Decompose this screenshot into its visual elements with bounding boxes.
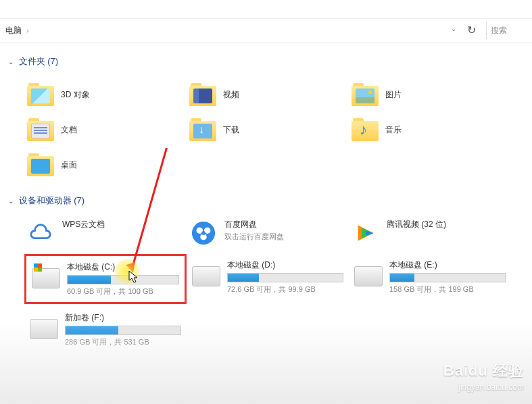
device-tencent-video[interactable]: 腾讯视频 (32 位) — [349, 216, 511, 254]
folder-icon — [352, 117, 379, 143]
chevron-down-icon: ⌄ — [8, 197, 14, 205]
device-baidu-netdisk[interactable]: 百度网盘 双击运行百度网盘 — [187, 216, 349, 254]
folder-downloads[interactable]: 下载 — [187, 112, 349, 147]
drive-d[interactable]: 本地磁盘 (D:) 72.6 GB 可用，共 99.9 GB — [187, 254, 349, 304]
devices-count: (7) — [74, 195, 84, 205]
wps-cloud-icon — [27, 219, 55, 247]
drive-label: 本地磁盘 (C:) — [67, 261, 179, 273]
breadcrumb-location: 电脑 — [5, 26, 22, 35]
folder-icon — [352, 82, 379, 107]
drive-free-text: 72.6 GB 可用，共 99.9 GB — [227, 284, 343, 295]
drive-label: 新加卷 (F:) — [65, 312, 181, 324]
folder-documents[interactable]: 文档 — [24, 112, 187, 147]
folder-music[interactable]: 音乐 — [349, 112, 511, 147]
drive-label: 本地磁盘 (E:) — [389, 259, 506, 271]
folder-icon — [189, 82, 216, 107]
watermark-main: Baidu 经验 — [443, 361, 524, 381]
device-sublabel: 双击运行百度网盘 — [224, 232, 346, 242]
search-input[interactable]: 搜索 — [486, 22, 527, 39]
device-label: WPS云文档 — [62, 219, 184, 230]
folders-title: 文件夹 — [19, 56, 45, 66]
baidu-netdisk-icon — [189, 219, 218, 247]
folder-label: 下载 — [223, 124, 239, 136]
refresh-icon[interactable]: ↻ — [467, 24, 482, 39]
chevron-down-icon: ⌄ — [8, 58, 14, 66]
drive-usage-bar — [389, 273, 506, 282]
folders-section-header[interactable]: ⌄ 文件夹 (7) — [5, 51, 527, 72]
folder-pictures[interactable]: 图片 — [349, 77, 511, 112]
folder-label: 视频 — [223, 89, 239, 101]
folder-icon — [27, 117, 54, 143]
folder-icon — [27, 82, 54, 107]
folders-count: (7) — [47, 56, 58, 66]
menu-text — [0, 0, 532, 8]
folder-icon — [27, 152, 54, 178]
drive-free-text: 60.9 GB 可用，共 100 GB — [67, 286, 179, 297]
drive-label: 本地磁盘 (D:) — [227, 259, 343, 271]
drive-free-text: 286 GB 可用，共 531 GB — [65, 337, 181, 347]
folder-label: 文档 — [61, 124, 77, 136]
menu-bar — [0, 0, 532, 19]
breadcrumb[interactable]: 电脑 › — [5, 25, 451, 36]
folder-icon — [189, 117, 216, 143]
address-bar: 电脑 › ⌄ ↻ 搜索 — [0, 19, 532, 43]
devices-grid: WPS云文档 百度网盘 双击运行百度网盘 腾讯视频 (32 位) 本地磁盘 (C… — [5, 211, 527, 355]
devices-section-header[interactable]: ⌄ 设备和驱动器 (7) — [5, 191, 527, 211]
folder-label: 音乐 — [385, 124, 402, 136]
folder-3d-objects[interactable]: 3D 对象 — [24, 77, 187, 112]
device-label: 腾讯视频 (32 位) — [387, 219, 508, 230]
content-area: ⌄ 文件夹 (7) 3D 对象 视频 图片 文档 下载 音乐 — [0, 43, 532, 404]
folder-label: 3D 对象 — [61, 89, 90, 101]
drive-f[interactable]: 新加卷 (F:) 286 GB 可用，共 531 GB — [24, 307, 187, 353]
folder-label: 图片 — [385, 89, 402, 101]
drive-usage-bar — [67, 275, 179, 284]
folders-grid: 3D 对象 视频 图片 文档 下载 音乐 桌面 — [5, 72, 527, 191]
svg-point-4 — [201, 231, 205, 235]
folder-videos[interactable]: 视频 — [187, 77, 349, 112]
tencent-video-icon — [352, 219, 380, 247]
breadcrumb-separator: › — [26, 27, 28, 34]
drive-e[interactable]: 本地磁盘 (E:) 158 GB 可用，共 199 GB — [349, 254, 511, 304]
folder-label: 桌面 — [61, 159, 77, 171]
drive-usage-bar — [227, 273, 343, 282]
disk-drive-icon — [32, 268, 60, 288]
device-label: 百度网盘 — [224, 219, 346, 230]
device-wps-cloud[interactable]: WPS云文档 — [24, 216, 187, 254]
disk-drive-icon — [354, 266, 383, 286]
devices-title: 设备和驱动器 — [19, 195, 72, 205]
drive-usage-bar — [65, 326, 181, 335]
watermark-sub: jingyan.baidu.com — [443, 382, 524, 392]
disk-drive-icon — [192, 266, 220, 286]
history-dropdown-icon[interactable]: ⌄ — [451, 25, 463, 37]
watermark: Baidu 经验 jingyan.baidu.com — [443, 361, 524, 392]
drive-free-text: 158 GB 可用，共 199 GB — [389, 284, 506, 295]
drive-c[interactable]: 本地磁盘 (C:) 60.9 GB 可用，共 100 GB — [24, 254, 187, 304]
disk-drive-icon — [30, 319, 58, 339]
